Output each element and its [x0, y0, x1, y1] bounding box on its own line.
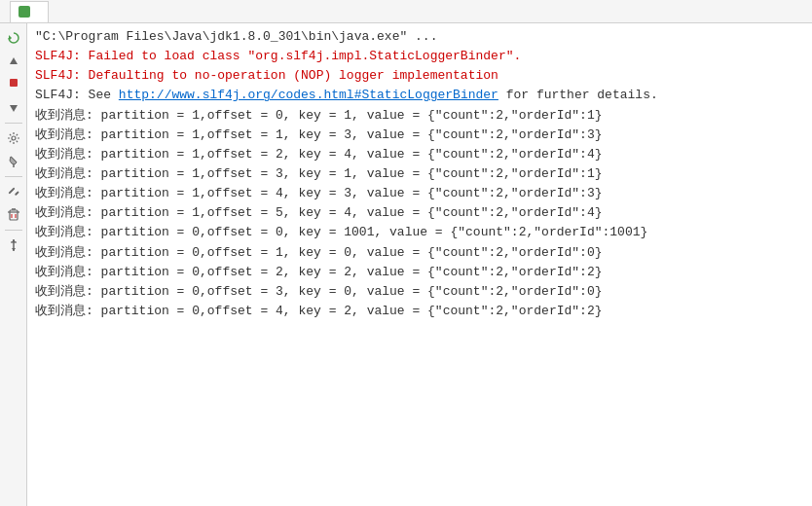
- stop-button[interactable]: [3, 74, 24, 95]
- freeze-button[interactable]: [3, 235, 24, 256]
- console-line: SLF4J: Failed to load class "org.slf4j.i…: [35, 47, 804, 66]
- console-line: 收到消息: partition = 0,offset = 0, key = 10…: [35, 223, 804, 242]
- left-toolbar: [0, 23, 27, 506]
- svg-marker-0: [9, 35, 12, 41]
- settings-button[interactable]: [3, 127, 24, 149]
- console-line: 收到消息: partition = 1,offset = 4, key = 3,…: [35, 184, 804, 203]
- svg-point-4: [12, 136, 16, 140]
- separator-1: [5, 123, 22, 124]
- console-line: 收到消息: partition = 1,offset = 3, key = 1,…: [35, 164, 804, 184]
- separator-3: [5, 230, 22, 231]
- tab-icon: [18, 6, 30, 18]
- console-output[interactable]: "C:\Program Files\Java\jdk1.8.0_301\bin\…: [27, 23, 812, 506]
- console-line: 收到消息: partition = 0,offset = 4, key = 2,…: [35, 302, 804, 321]
- pin-button[interactable]: [3, 151, 24, 172]
- svg-rect-2: [10, 79, 18, 87]
- console-line: SLF4J: Defaulting to no-operation (NOP) …: [35, 66, 804, 86]
- console-line: 收到消息: partition = 0,offset = 3, key = 0,…: [35, 282, 804, 302]
- tab-bar: [0, 0, 812, 23]
- clear-button[interactable]: [3, 204, 24, 226]
- svg-marker-1: [10, 57, 18, 64]
- up-button[interactable]: [3, 51, 24, 72]
- console-line: 收到消息: partition = 1,offset = 1, key = 3,…: [35, 126, 804, 145]
- slf4j-link[interactable]: http://www.slf4j.org/codes.html#StaticLo…: [119, 88, 498, 102]
- console-line: 收到消息: partition = 0,offset = 1, key = 0,…: [35, 243, 804, 263]
- svg-marker-16: [12, 239, 16, 242]
- console-line: 收到消息: partition = 0,offset = 2, key = 2,…: [35, 263, 804, 282]
- console-line: "C:\Program Files\Java\jdk1.8.0_301\bin\…: [35, 27, 804, 47]
- svg-marker-3: [10, 105, 18, 112]
- svg-rect-7: [8, 187, 15, 194]
- main-content: "C:\Program Files\Java\jdk1.8.0_301\bin\…: [0, 23, 812, 506]
- restart-button[interactable]: [3, 27, 24, 49]
- wrench-button[interactable]: [3, 181, 24, 202]
- console-line: 收到消息: partition = 1,offset = 5, key = 4,…: [35, 203, 804, 223]
- separator-2: [5, 176, 22, 177]
- console-line: SLF4J: See http://www.slf4j.org/codes.ht…: [35, 86, 804, 105]
- down-button[interactable]: [3, 97, 24, 119]
- console-line: 收到消息: partition = 1,offset = 2, key = 4,…: [35, 145, 804, 164]
- svg-marker-17: [12, 248, 16, 251]
- console-line: 收到消息: partition = 1,offset = 0, key = 1,…: [35, 106, 804, 126]
- svg-rect-8: [14, 191, 18, 196]
- console-tab[interactable]: [10, 1, 49, 22]
